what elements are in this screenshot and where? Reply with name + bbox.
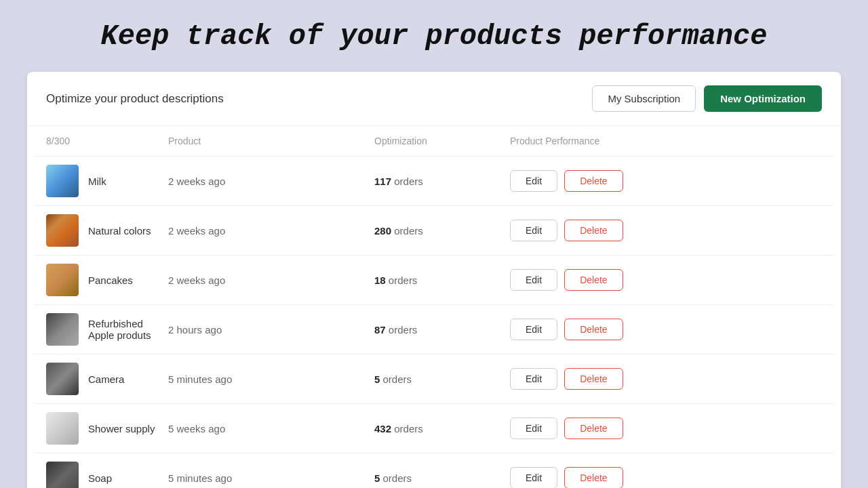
page-wrapper: Keep track of your products performance … (0, 0, 868, 488)
performance-cell: 18 orders (374, 274, 510, 286)
product-name: Shower supply (88, 423, 155, 434)
delete-button[interactable]: Delete (564, 269, 623, 291)
delete-button[interactable]: Delete (564, 368, 623, 390)
delete-button[interactable]: Delete (564, 220, 623, 241)
actions-cell: Edit Delete (510, 319, 686, 340)
col-performance: Product Performance (510, 136, 686, 146)
col-product: Product (168, 136, 374, 146)
table-row: Soap 5 minutes ago 5 orders Edit Delete (34, 453, 834, 488)
optimization-time: 5 weeks ago (168, 423, 374, 434)
delete-button[interactable]: Delete (564, 170, 623, 192)
actions-cell: Edit Delete (510, 269, 686, 291)
product-thumbnail (46, 313, 79, 346)
product-thumbnail (46, 264, 79, 296)
my-subscription-button[interactable]: My Subscription (592, 85, 696, 112)
edit-button[interactable]: Edit (510, 368, 557, 390)
product-cell: Soap (46, 462, 168, 488)
optimization-time: 2 weeks ago (168, 274, 374, 286)
actions-cell: Edit Delete (510, 467, 686, 488)
table-row: Refurbished Apple produts 2 hours ago 87… (34, 305, 834, 354)
delete-button[interactable]: Delete (564, 418, 623, 439)
edit-button[interactable]: Edit (510, 170, 557, 192)
product-thumbnail (46, 462, 79, 488)
product-image (46, 264, 79, 296)
product-name: Pancakes (88, 274, 133, 286)
performance-cell: 432 orders (374, 423, 510, 434)
table-header: 8/300 Product Optimization Product Perfo… (34, 126, 834, 157)
product-name: Soap (88, 472, 112, 484)
actions-cell: Edit Delete (510, 368, 686, 390)
table-body: Milk 2 weeks ago 117 orders Edit Delete … (34, 157, 834, 488)
table-container: 8/300 Product Optimization Product Perfo… (27, 126, 841, 488)
product-name: Natural colors (88, 225, 151, 237)
product-name: Milk (88, 176, 106, 187)
delete-button[interactable]: Delete (564, 467, 623, 488)
performance-cell: 280 orders (374, 225, 510, 237)
performance-cell: 117 orders (374, 176, 510, 187)
product-image (46, 313, 79, 346)
table-row: Camera 5 minutes ago 5 orders Edit Delet… (34, 354, 834, 404)
product-thumbnail (46, 214, 79, 247)
header-buttons: My Subscription New Optimization (592, 85, 822, 112)
optimization-time: 5 minutes ago (168, 472, 374, 484)
product-image (46, 412, 79, 445)
table-row: Pancakes 2 weeks ago 18 orders Edit Dele… (34, 256, 834, 305)
col-actions (686, 136, 822, 146)
product-image (46, 165, 79, 197)
edit-button[interactable]: Edit (510, 418, 557, 439)
product-image (46, 462, 79, 488)
optimization-time: 2 weeks ago (168, 225, 374, 237)
optimization-time: 2 hours ago (168, 324, 374, 336)
edit-button[interactable]: Edit (510, 220, 557, 241)
edit-button[interactable]: Edit (510, 269, 557, 291)
edit-button[interactable]: Edit (510, 319, 557, 340)
performance-cell: 5 orders (374, 373, 510, 385)
card-header: Optimize your product descriptions My Su… (27, 72, 841, 126)
product-cell: Refurbished Apple produts (46, 313, 168, 346)
new-optimization-button[interactable]: New Optimization (704, 85, 822, 112)
table-row: Milk 2 weeks ago 117 orders Edit Delete (34, 157, 834, 206)
delete-button[interactable]: Delete (564, 319, 623, 340)
table-row: Natural colors 2 weeks ago 280 orders Ed… (34, 206, 834, 256)
product-cell: Pancakes (46, 264, 168, 296)
product-name: Refurbished Apple produts (88, 318, 168, 341)
product-cell: Shower supply (46, 412, 168, 445)
actions-cell: Edit Delete (510, 418, 686, 439)
actions-cell: Edit Delete (510, 170, 686, 192)
performance-cell: 87 orders (374, 324, 510, 336)
product-name: Camera (88, 373, 124, 385)
performance-cell: 5 orders (374, 472, 510, 484)
product-cell: Milk (46, 165, 168, 197)
product-image (46, 363, 79, 395)
optimization-time: 5 minutes ago (168, 373, 374, 385)
product-image (46, 214, 79, 247)
product-thumbnail (46, 412, 79, 445)
edit-button[interactable]: Edit (510, 467, 557, 488)
card-header-title: Optimize your product descriptions (46, 92, 224, 106)
product-thumbnail (46, 363, 79, 395)
product-cell: Camera (46, 363, 168, 395)
table-row: Shower supply 5 weeks ago 432 orders Edi… (34, 404, 834, 453)
product-thumbnail (46, 165, 79, 197)
main-card: Optimize your product descriptions My Su… (27, 72, 841, 488)
optimization-time: 2 weeks ago (168, 176, 374, 187)
actions-cell: Edit Delete (510, 220, 686, 241)
col-optimization: Optimization (374, 136, 510, 146)
page-title: Keep track of your products performance (27, 20, 841, 53)
count-label: 8/300 (46, 136, 168, 146)
product-cell: Natural colors (46, 214, 168, 247)
